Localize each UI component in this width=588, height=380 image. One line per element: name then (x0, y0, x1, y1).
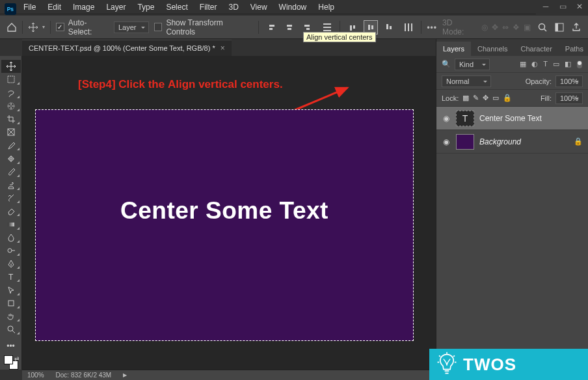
eraser-tool[interactable] (1, 204, 21, 217)
more-options-button[interactable]: ••• (427, 23, 437, 32)
svg-point-16 (578, 61, 581, 65)
tab-layers[interactable]: Layers (436, 42, 471, 56)
gradient-tool[interactable] (1, 217, 21, 230)
svg-point-2 (539, 23, 545, 29)
clone-stamp-tool[interactable] (1, 178, 21, 191)
layer-name[interactable]: Center Some Text (479, 114, 583, 123)
menu-select[interactable]: Select (161, 1, 193, 14)
text-layer-content[interactable]: Center Some Text (120, 197, 328, 224)
workspace-icon[interactable] (554, 22, 565, 33)
menu-file[interactable]: File (18, 1, 41, 14)
menu-layer[interactable]: Layer (101, 1, 131, 14)
menu-image[interactable]: Image (68, 1, 100, 14)
show-transform-checkbox[interactable] (154, 23, 163, 31)
document-tab[interactable]: CENTER-TEXT.psd @ 100% (Center Some Text… (22, 40, 232, 56)
dodge-tool[interactable] (1, 244, 21, 257)
3d-scale-icon: ❖ (513, 23, 520, 32)
history-brush-tool[interactable] (1, 191, 21, 204)
filter-adjust-icon[interactable]: ◐ (531, 60, 538, 69)
layer-thumb-bg (456, 134, 474, 150)
hand-tool[interactable] (1, 310, 21, 323)
instruction-annotation: [Step4] Click the Align vertical centers… (78, 78, 283, 91)
menu-filter[interactable]: Filter (194, 1, 222, 14)
tab-channels[interactable]: Channels (471, 42, 514, 56)
brush-tool[interactable] (1, 165, 21, 178)
filter-shape-icon[interactable]: ▭ (553, 60, 559, 69)
home-icon[interactable] (7, 22, 17, 33)
align-tooltip: Align vertical centers (303, 32, 376, 42)
align-bottom-edges-button[interactable] (382, 20, 396, 34)
lock-brush-icon[interactable]: ✎ (473, 94, 479, 102)
frame-tool[interactable] (1, 126, 21, 139)
menu-window[interactable]: Window (274, 1, 312, 14)
close-tab-icon[interactable]: × (220, 44, 225, 53)
filter-type-icon[interactable]: T (543, 60, 548, 69)
canvas-area[interactable]: [Step4] Click the Align vertical centers… (22, 56, 436, 370)
foreground-color-swatch[interactable] (4, 355, 13, 364)
color-swatches[interactable]: ⇄ (3, 355, 20, 370)
align-left-edges-button[interactable] (264, 20, 278, 34)
distribute-vertical-icon[interactable] (401, 20, 416, 34)
doc-size[interactable]: Doc: 832 6K/2 43M (56, 372, 112, 379)
opacity-value[interactable]: 100% (555, 75, 583, 87)
swap-colors-icon[interactable]: ⇄ (14, 355, 20, 362)
layer-filter-row: 🔍 Kind ▦ ◐ T ▭ ◧ (436, 56, 588, 73)
menu-3d[interactable]: 3D (223, 1, 243, 14)
align-horizontal-centers-button[interactable] (282, 20, 297, 34)
app-logo: Ps (3, 1, 18, 17)
lock-position-icon[interactable]: ✥ (483, 94, 488, 102)
quick-select-tool[interactable] (1, 100, 21, 113)
filter-pixel-icon[interactable]: ▦ (520, 60, 526, 69)
marquee-tool[interactable] (1, 73, 21, 86)
search-icon[interactable] (537, 22, 548, 33)
tab-character[interactable]: Character (514, 42, 559, 56)
zoom-tool[interactable] (1, 323, 21, 336)
blur-tool[interactable] (1, 231, 21, 244)
visibility-toggle-icon[interactable]: ◉ (442, 137, 451, 146)
svg-point-10 (8, 249, 12, 252)
filter-toggle-icon[interactable] (576, 60, 583, 69)
tab-paths[interactable]: Paths (559, 42, 588, 56)
lasso-tool[interactable] (1, 86, 21, 99)
layer-item-background[interactable]: ◉ Background 🔒 (436, 130, 588, 154)
layer-name[interactable]: Background (479, 137, 568, 146)
status-chevron-icon[interactable]: ▶ (123, 372, 127, 378)
auto-select-checkbox[interactable] (56, 23, 64, 31)
menu-help[interactable]: Help (313, 1, 340, 14)
move-tool-icon (28, 22, 38, 33)
menu-edit[interactable]: Edit (42, 1, 66, 14)
pen-tool[interactable] (1, 257, 21, 270)
window-controls: ─ ▭ ✕ (537, 0, 588, 13)
lock-icon: 🔒 (574, 137, 583, 146)
fill-label: Fill: (541, 94, 552, 102)
shape-tool[interactable] (1, 297, 21, 310)
auto-select-dropdown[interactable]: Layer (114, 21, 149, 33)
layer-item-text[interactable]: ◉ T Center Some Text (436, 107, 588, 130)
type-tool[interactable]: T (1, 270, 21, 283)
fill-value[interactable]: 100% (555, 92, 583, 104)
eyedropper-tool[interactable] (1, 139, 21, 152)
close-button[interactable]: ✕ (571, 0, 588, 13)
lock-all-icon[interactable]: 🔒 (503, 94, 512, 102)
lock-artboard-icon[interactable]: ▭ (492, 94, 499, 102)
zoom-level[interactable]: 100% (27, 372, 44, 379)
move-tool[interactable] (1, 60, 21, 73)
maximize-button[interactable]: ▭ (554, 0, 571, 13)
filter-kind-dropdown[interactable]: Kind (455, 59, 490, 70)
blend-mode-dropdown[interactable]: Normal (442, 75, 491, 87)
healing-tool[interactable] (1, 152, 21, 165)
filter-smart-icon[interactable]: ◧ (565, 60, 571, 69)
chevron-down-icon[interactable]: ▾ (42, 24, 45, 30)
crop-tool[interactable] (1, 113, 21, 126)
path-select-tool[interactable] (1, 283, 21, 296)
menu-view[interactable]: View (245, 1, 273, 14)
menu-type[interactable]: Type (132, 1, 159, 14)
visibility-toggle-icon[interactable]: ◉ (442, 114, 451, 123)
edit-toolbar-button[interactable]: ••• (1, 340, 21, 353)
svg-text:Ps: Ps (7, 7, 14, 12)
minimize-button[interactable]: ─ (537, 0, 554, 13)
canvas-selection[interactable]: Center Some Text (35, 109, 414, 341)
watermark-text: TWOS (463, 355, 516, 375)
lock-transparency-icon[interactable]: ▩ (462, 94, 469, 102)
share-icon[interactable] (571, 22, 581, 33)
